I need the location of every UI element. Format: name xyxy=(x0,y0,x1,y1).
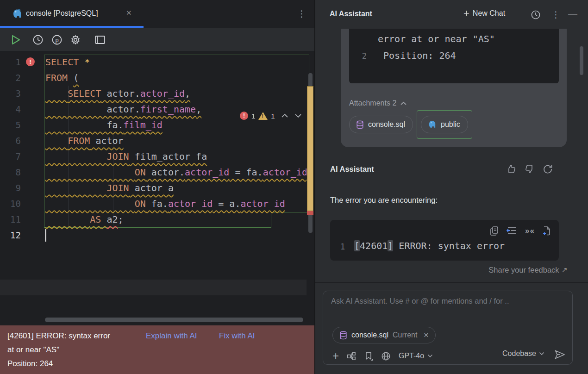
chevron-up-icon xyxy=(400,101,407,106)
chevron-down-icon xyxy=(539,352,544,355)
attachment-highlight-box: public xyxy=(417,110,472,139)
chat-input[interactable]: Ask AI Assistant. Use # or @ for mention… xyxy=(323,291,573,365)
code-line[interactable]: ON actor.actor_id = fa.actor_id xyxy=(45,164,307,180)
attachment-label: public xyxy=(441,120,460,129)
attachment-chip-console-sql[interactable]: console.sql xyxy=(349,116,413,133)
insert-at-caret-icon[interactable] xyxy=(507,226,518,236)
code-gutter-divider xyxy=(372,29,372,83)
attachments-label: Attachments 2 xyxy=(349,99,396,107)
chevron-down-icon xyxy=(427,354,433,358)
parameters-icon[interactable]: p xyxy=(51,34,63,45)
code-line[interactable]: FROM actor xyxy=(45,133,124,149)
code-line[interactable]: SELECT * xyxy=(45,54,90,70)
sql-editor[interactable]: 1!23456789101112 SELECT *FROM ( SELECT a… xyxy=(0,52,315,325)
next-error-icon[interactable] xyxy=(294,113,302,118)
ai-panel-more-icon[interactable]: ⋮ xyxy=(551,9,560,20)
scope-selector-dropdown[interactable]: Codebase xyxy=(502,349,544,358)
code-line[interactable]: fa.film_id xyxy=(45,117,163,133)
attachments-toggle[interactable]: Attachments 2 xyxy=(349,99,407,107)
fix-with-ai-link[interactable]: Fix with AI xyxy=(219,331,255,341)
editor-tab-bar: console [PostgreSQL] ✕ ⋮ xyxy=(0,0,315,28)
prev-error-icon[interactable] xyxy=(281,113,288,118)
tab-close-icon[interactable]: ✕ xyxy=(126,9,132,17)
settings-gear-icon[interactable] xyxy=(70,34,81,45)
chip-remove-icon[interactable]: ✕ xyxy=(423,331,429,339)
response-actions xyxy=(506,164,552,174)
unwrap-icon[interactable]: »« xyxy=(525,226,535,236)
web-search-icon[interactable] xyxy=(381,351,391,361)
code-line[interactable]: ON fa.actor_id = a.actor_id xyxy=(45,196,285,212)
error-stripe-warning-marker[interactable] xyxy=(307,86,313,211)
warning-count: 1 xyxy=(271,112,275,120)
sql-console-panel: console [PostgreSQL] ✕ ⋮ p xyxy=(0,0,315,374)
scope-name: Codebase xyxy=(502,349,536,358)
thumbs-down-icon[interactable] xyxy=(525,164,535,174)
database-icon xyxy=(339,331,347,340)
chip-badge: Current xyxy=(393,331,417,339)
warning-badge-icon: ! xyxy=(258,112,268,120)
model-name: GPT-4o xyxy=(399,352,424,360)
attachment-label: console.sql xyxy=(368,120,405,129)
regenerate-icon[interactable] xyxy=(543,164,552,174)
attach-schema-icon[interactable] xyxy=(347,352,357,361)
code-block-toolbar: »« xyxy=(490,225,551,237)
error-count: 1 xyxy=(251,112,255,120)
editor-more-options-icon[interactable]: ⋮ xyxy=(297,8,306,19)
error-badge-icon: ! xyxy=(240,112,248,120)
text-caret xyxy=(45,229,46,242)
in-editor-results-icon[interactable] xyxy=(94,34,106,45)
history-icon[interactable] xyxy=(32,34,44,45)
share-feedback-link[interactable]: Share your feedback ↗ xyxy=(315,266,568,274)
error-message-line3: Position: 264 xyxy=(7,359,53,368)
code-line[interactable]: AS a2; xyxy=(45,212,124,227)
attachment-chip-public[interactable]: public xyxy=(421,116,468,133)
chat-input-placeholder: Ask AI Assistant. Use # or @ for mention… xyxy=(331,297,566,305)
code-area[interactable]: SELECT *FROM ( SELECT actor.actor_id, ac… xyxy=(0,52,307,325)
attachment-chips: console.sqlpublic xyxy=(349,110,472,139)
code-line[interactable]: FROM ( xyxy=(45,70,79,86)
code-line[interactable]: SELECT actor.actor_id, xyxy=(45,86,190,101)
error-notification-banner: [42601] ERROR: syntax error at or near "… xyxy=(0,325,315,374)
plus-icon: + xyxy=(463,8,469,19)
response-text: The error you are encountering: xyxy=(330,196,438,205)
new-file-from-snippet-icon[interactable] xyxy=(542,225,551,237)
add-context-icon[interactable]: + xyxy=(332,351,339,361)
explain-with-ai-link[interactable]: Explain with AI xyxy=(146,331,197,341)
code-line: Position: 264 xyxy=(378,50,456,61)
tab-console-postgresql[interactable]: console [PostgreSQL] ✕ xyxy=(0,0,144,28)
code-line[interactable]: actor.first_name, xyxy=(45,101,201,117)
tab-title: console [PostgreSQL] xyxy=(26,9,98,18)
code-line[interactable]: JOIN actor a xyxy=(45,180,174,196)
chat-scrollbar[interactable] xyxy=(580,46,583,75)
user-code-block: error at or near "AS" 2 Position: 264 xyxy=(349,29,559,83)
response-code-block: »« 1 [42601] ERROR: syntax error xyxy=(330,220,559,261)
console-toolbar: p Tx: Auto xyxy=(0,28,315,52)
new-chat-button[interactable]: + New Chat xyxy=(463,8,505,19)
ai-assistant-panel: AI Assistant + New Chat ⋮ — error at or … xyxy=(315,0,588,374)
inspections-widget[interactable]: ! 1 ! 1 xyxy=(240,110,302,121)
postgresql-icon xyxy=(428,120,437,129)
new-chat-label: New Chat xyxy=(473,9,505,18)
model-selector-dropdown[interactable]: GPT-4o xyxy=(399,352,433,360)
chip-label: console.sql xyxy=(351,331,388,339)
line-number: 1 xyxy=(340,242,345,251)
run-icon[interactable] xyxy=(10,34,21,46)
code-line[interactable]: JOIN film_actor fa xyxy=(45,149,207,164)
code-line: error at or near "AS" xyxy=(378,33,495,44)
error-stripe-error-marker[interactable] xyxy=(307,211,313,215)
chat-history-icon[interactable] xyxy=(531,10,541,20)
error-message-line1: [42601] ERROR: syntax error xyxy=(7,331,110,341)
prompt-library-icon[interactable] xyxy=(364,351,373,361)
svg-text:p: p xyxy=(55,37,58,44)
response-author: AI Assistant xyxy=(330,165,374,174)
copy-icon[interactable] xyxy=(490,226,499,236)
user-message-bubble: error at or near "AS" 2 Position: 264 At… xyxy=(341,29,567,147)
context-chip-console-sql[interactable]: console.sql Current ✕ xyxy=(332,327,436,343)
editor-horizontal-scrollbar[interactable] xyxy=(45,318,303,322)
input-divider xyxy=(315,282,588,283)
thumbs-up-icon[interactable] xyxy=(506,164,516,174)
minimize-icon[interactable]: — xyxy=(568,8,577,19)
line-number: 2 xyxy=(349,51,367,61)
ai-panel-title: AI Assistant xyxy=(330,10,372,18)
send-icon[interactable] xyxy=(554,349,566,361)
